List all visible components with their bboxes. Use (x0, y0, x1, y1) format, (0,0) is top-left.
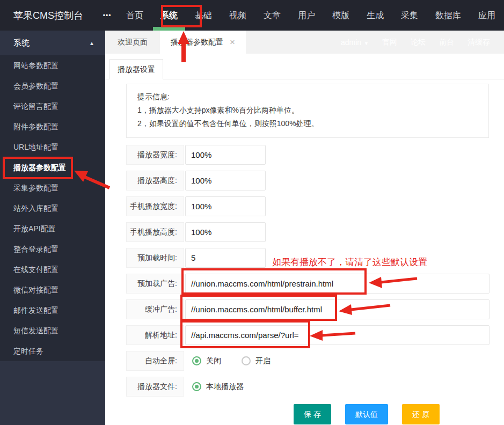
radio-on-icon[interactable] (192, 382, 201, 391)
sidebar-item-member-params[interactable]: 会员参数配置 (0, 76, 105, 96)
form-row-preload-ad: 预加载广告: (126, 274, 504, 294)
radio-group-player-file: 本地播放器 (192, 382, 244, 392)
tab-label: 播放器参数配置 (171, 31, 223, 54)
hint-title: 提示信息: (137, 90, 478, 104)
link-forum[interactable]: 论坛 (411, 38, 426, 47)
sidebar-item-scheduled-tasks[interactable]: 定时任务 (0, 341, 105, 361)
buffer-ad-input[interactable] (185, 299, 490, 319)
sidebar-item-sms-send[interactable]: 短信发送配置 (0, 320, 105, 341)
sidebar-item-open-api[interactable]: 开放API配置 (0, 218, 105, 239)
nav-item-generate[interactable]: 生成 (358, 0, 392, 31)
nav-item-database[interactable]: 数据库 (427, 0, 470, 31)
nav-item-home[interactable]: 首页 (118, 0, 152, 31)
radio-option-open[interactable]: 开启 (255, 356, 271, 366)
app-logo: 苹果CMS控制台 (0, 9, 97, 22)
nav-item-article[interactable]: 文章 (255, 0, 289, 31)
link-frontend[interactable]: 前台 (439, 38, 454, 47)
link-clear-cache[interactable]: 清缓存 (468, 38, 490, 47)
field-label: 播放器高度: (126, 171, 184, 190)
hint-box: 提示信息: 1，播放器大小支持px像素和%百分比两种单位。 2，如果设置的值不包… (126, 84, 489, 138)
form-row-preload-time: 预加载时间: (126, 248, 504, 268)
radio-off-icon[interactable] (242, 356, 251, 365)
sidebar-item-email-send[interactable]: 邮件发送配置 (0, 300, 105, 320)
field-label: 解析地址: (126, 325, 184, 345)
sidebar-menu: 网站参数配置 会员参数配置 评论留言配置 附件参数配置 URL地址配置 播放器参… (0, 55, 105, 361)
form-row-player-width: 播放器宽度: (126, 145, 504, 165)
sidebar-item-collect-params[interactable]: 采集参数配置 (0, 178, 105, 198)
field-label: 播放器文件: (126, 377, 184, 397)
preload-ad-input[interactable] (185, 274, 490, 294)
parse-url-input[interactable] (185, 325, 490, 345)
sidebar-item-url-config[interactable]: URL地址配置 (0, 137, 105, 157)
field-label: 预加载广告: (126, 274, 184, 294)
nav-item-user[interactable]: 用户 (289, 0, 324, 31)
sidebar-item-comment-config[interactable]: 评论留言配置 (0, 96, 105, 116)
nav-item-app[interactable]: 应用 (470, 0, 504, 31)
nav-item-basic[interactable]: 基础 (186, 0, 221, 31)
radio-option-local-player[interactable]: 本地播放器 (206, 382, 244, 392)
nav-item-template[interactable]: 模版 (324, 0, 358, 31)
player-width-input[interactable] (185, 145, 266, 165)
field-label: 手机播放宽度: (126, 196, 184, 216)
collapse-arrow-icon[interactable]: ▲ (89, 40, 94, 46)
preload-time-input[interactable] (185, 248, 266, 268)
form-row-player-file: 播放器文件: 本地播放器 (126, 377, 504, 397)
main-content: 播放器设置 提示信息: 1，播放器大小支持px像素和%百分比两种单位。 2，如果… (105, 54, 504, 425)
sidebar-item-player-params[interactable]: 播放器参数配置 (0, 157, 105, 178)
field-label: 手机播放高度: (126, 222, 184, 242)
form-row-mobile-width: 手机播放宽度: (126, 196, 504, 216)
top-navbar: 苹果CMS控制台 ••• 首页 系统 基础 视频 文章 用户 模版 生成 采集 … (0, 0, 504, 31)
sidebar-item-integrated-login[interactable]: 整合登录配置 (0, 239, 105, 259)
nav-item-collect[interactable]: 采集 (392, 0, 427, 31)
restore-button[interactable]: 还 原 (402, 404, 440, 424)
radio-group-auto-fullscreen: 关闭 开启 (192, 356, 271, 366)
field-label: 预加载时间: (126, 248, 184, 268)
player-height-input[interactable] (185, 171, 266, 190)
form-row-parse-url: 解析地址: (126, 325, 504, 345)
radio-option-close[interactable]: 关闭 (206, 356, 221, 366)
sidebar-item-attachment-params[interactable]: 附件参数配置 (0, 116, 105, 137)
nav-item-video[interactable]: 视频 (221, 0, 255, 31)
hint-line: 1，播放器大小支持px像素和%百分比两种单位。 (137, 104, 478, 117)
sidebar-item-external-import[interactable]: 站外入库配置 (0, 198, 105, 218)
mobile-height-input[interactable] (185, 222, 266, 242)
tab-strip: 欢迎页面 播放器参数配置 × admin▼ 官网 论坛 前台 清缓存 (105, 31, 504, 54)
user-menu[interactable]: admin▼ (341, 38, 369, 47)
tab-welcome[interactable]: 欢迎页面 (105, 31, 160, 54)
mobile-width-input[interactable] (185, 196, 266, 216)
sidebar: 系统 ▲ 网站参数配置 会员参数配置 评论留言配置 附件参数配置 URL地址配置… (0, 31, 105, 425)
nav-item-system[interactable]: 系统 (152, 0, 186, 31)
player-settings-form: 播放器宽度: 播放器高度: 手机播放宽度: 手机播放高度: 预加载时间: 预加载… (126, 145, 504, 424)
caret-down-icon: ▼ (364, 41, 369, 46)
sidebar-group-system[interactable]: 系统 ▲ (0, 31, 105, 55)
form-row-buffer-ad: 缓冲广告: (126, 299, 504, 319)
sidebar-item-wechat-connect[interactable]: 微信对接配置 (0, 280, 105, 300)
form-row-mobile-height: 手机播放高度: (126, 222, 504, 242)
default-value-button[interactable]: 默认值 (345, 404, 388, 424)
field-label: 自动全屏: (126, 351, 184, 371)
hint-line: 2，如果设置的值不包含任何单位，则按照100%处理。 (137, 117, 478, 130)
form-buttons: 保 存 默认值 还 原 (294, 404, 504, 424)
field-label: 播放器宽度: (126, 145, 184, 165)
sidebar-item-website-params[interactable]: 网站参数配置 (0, 55, 105, 76)
form-row-auto-fullscreen: 自动全屏: 关闭 开启 (126, 351, 504, 371)
tab-player-settings[interactable]: 播放器设置 (109, 59, 163, 79)
tab-player-params[interactable]: 播放器参数配置 × (160, 31, 246, 54)
save-button[interactable]: 保 存 (294, 404, 331, 424)
form-row-player-height: 播放器高度: (126, 171, 504, 190)
link-official-site[interactable]: 官网 (382, 38, 397, 47)
user-links: admin▼ 官网 论坛 前台 清缓存 (341, 31, 504, 54)
radio-on-icon[interactable] (192, 356, 201, 365)
more-icon[interactable]: ••• (97, 12, 118, 19)
main-nav: 首页 系统 基础 视频 文章 用户 模版 生成 采集 数据库 应用 (118, 0, 504, 31)
field-label: 缓冲广告: (126, 299, 184, 319)
sidebar-item-online-payment[interactable]: 在线支付配置 (0, 259, 105, 280)
close-icon[interactable]: × (230, 31, 235, 54)
section-tab-bar: 播放器设置 (105, 54, 504, 79)
sidebar-group-label: 系统 (13, 38, 30, 48)
